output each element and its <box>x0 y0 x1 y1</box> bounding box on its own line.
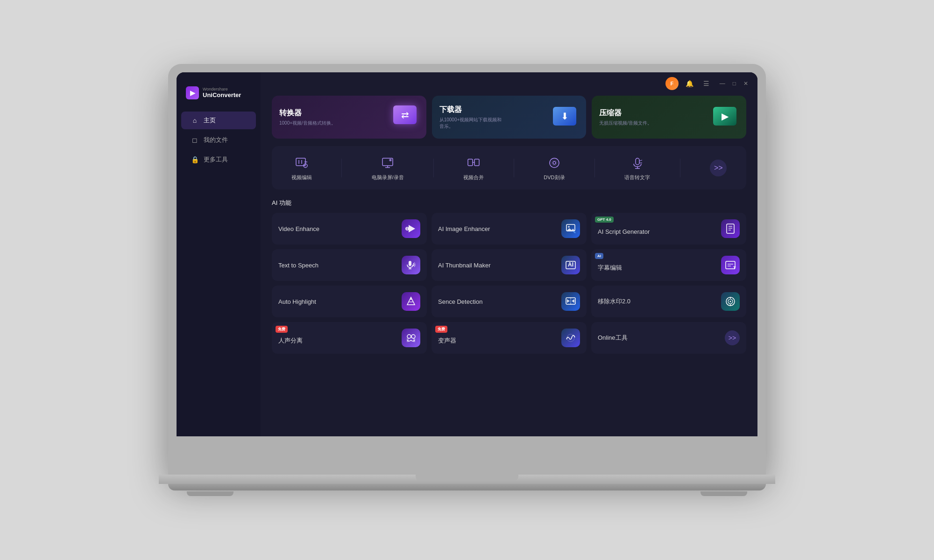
svg-rect-40 <box>409 261 411 266</box>
screen-rec-icon <box>379 154 396 171</box>
svg-point-62 <box>411 335 415 338</box>
online-more-icon: >> <box>725 330 740 345</box>
tool-dvd-burn[interactable]: DVD刻录 <box>534 151 574 185</box>
downloader-card-text: 下载器 从10000+视频网站下载视频和音乐。 <box>439 105 505 130</box>
svg-rect-18 <box>474 159 479 166</box>
ai-card-thumbnail[interactable]: AI Thunbnail Maker AI <box>432 249 587 281</box>
online-more: Online工具 >> <box>598 330 740 345</box>
tool-video-edit[interactable]: ✎ 视频编辑 <box>282 151 321 185</box>
dvd-burn-icon <box>546 154 563 171</box>
downloader-card[interactable]: 下载器 从10000+视频网站下载视频和音乐。 <box>432 96 587 139</box>
menu-button[interactable]: ☰ <box>701 78 712 89</box>
divider-2 <box>433 159 434 177</box>
tool-bar: ✎ 视频编辑 <box>272 146 746 189</box>
ai-card-online[interactable]: Online工具 >> <box>591 322 746 354</box>
ai-card-subtitle[interactable]: AI 字幕编辑 T <box>591 249 746 281</box>
window-controls: — □ ✕ <box>718 79 750 88</box>
script-icon <box>721 219 740 238</box>
converter-card-text: 转换器 1000+视频/音频格式转换。 <box>279 108 336 126</box>
free-badge-voice: 免费 <box>435 326 447 333</box>
highlight-label: Auto Highlight <box>278 298 402 305</box>
laptop-outer: ▶ Wondershare UniConverter ⌂ 主页 ◻ 我的文件 <box>168 64 766 475</box>
video-edit-label: 视频编辑 <box>291 174 312 181</box>
tts-icon <box>402 256 420 274</box>
video-merge-icon <box>465 154 482 171</box>
divider-5 <box>680 159 680 177</box>
converter-icon: ⇄ <box>391 103 419 131</box>
scene-icon <box>561 292 580 311</box>
svg-marker-28 <box>409 225 415 232</box>
ai-card-highlight[interactable]: Auto Highlight <box>272 286 427 317</box>
maximize-button[interactable]: □ <box>731 79 738 88</box>
ai-card-video-enhance[interactable]: Video Enhance <box>272 213 427 245</box>
tool-video-merge[interactable]: 视频合并 <box>454 151 493 185</box>
tool-speech[interactable]: 语音转文字 <box>615 151 659 185</box>
sidebar-item-files[interactable]: ◻ 我的文件 <box>181 131 256 149</box>
sidebar: ▶ Wondershare UniConverter ⌂ 主页 ◻ 我的文件 <box>177 72 261 436</box>
notification-button[interactable]: 🔔 <box>684 78 695 89</box>
compressor-title: 压缩器 <box>599 108 652 118</box>
compressor-desc: 无损压缩视频/音频文件。 <box>599 120 652 126</box>
ai-card-vocal[interactable]: 免费 人声分离 <box>272 322 427 354</box>
svg-marker-54 <box>567 299 570 303</box>
laptop-base <box>159 475 775 484</box>
svg-rect-36 <box>727 224 734 233</box>
compressor-card[interactable]: 压缩器 无损压缩视频/音频文件。 <box>592 96 746 139</box>
minimize-button[interactable]: — <box>718 79 727 88</box>
highlight-icon <box>402 292 420 311</box>
sidebar-item-home[interactable]: ⌂ 主页 <box>181 112 256 129</box>
svg-rect-65 <box>413 338 415 342</box>
ai-badge: AI <box>595 253 603 259</box>
thumbnail-label: AI Thunbnail Maker <box>438 262 561 269</box>
vocal-icon <box>402 329 420 347</box>
svg-point-66 <box>567 334 574 342</box>
main-content: F 🔔 ☰ — □ ✕ <box>261 72 757 436</box>
laptop-chin <box>168 484 766 490</box>
watermark-label: 移除水印2.0 <box>598 297 721 306</box>
subtitle-label: 字幕编辑 <box>598 264 721 272</box>
svg-text:T: T <box>733 266 736 270</box>
downloader-title: 下载器 <box>439 105 505 115</box>
svg-point-20 <box>550 158 559 168</box>
divider-1 <box>341 159 342 177</box>
svg-marker-55 <box>572 299 574 303</box>
tts-label: Text to Speech <box>278 262 402 269</box>
compressor-icon: ▶ <box>711 105 739 130</box>
logo-area: ▶ Wondershare UniConverter <box>177 82 261 111</box>
ai-card-script[interactable]: GPT 4.0 AI Script Generator <box>591 213 746 245</box>
sidebar-item-home-label: 主页 <box>204 116 216 125</box>
content-area: 转换器 1000+视频/音频格式转换。 <box>261 86 757 363</box>
divider-3 <box>514 159 514 177</box>
laptop-base-wrapper <box>159 475 775 496</box>
free-badge-vocal: 免费 <box>276 326 288 333</box>
video-enhance-icon <box>402 219 420 238</box>
laptop-feet <box>159 491 775 496</box>
ai-section-title: AI 功能 <box>272 199 746 207</box>
online-label: Online工具 <box>598 334 725 342</box>
top-cards: 转换器 1000+视频/音频格式转换。 <box>272 96 746 139</box>
logo-brand: Wondershare <box>203 87 241 91</box>
svg-text:+: + <box>574 231 576 235</box>
ai-card-watermark[interactable]: 移除水印2.0 <box>591 286 746 317</box>
avatar-button[interactable]: F <box>665 77 679 90</box>
ai-card-tts[interactable]: Text to Speech <box>272 249 427 281</box>
svg-point-58 <box>730 301 731 302</box>
sidebar-item-tools[interactable]: 🔒 更多工具 <box>181 151 256 168</box>
ai-card-scene[interactable]: Sence Detection <box>432 286 587 317</box>
files-icon: ◻ <box>191 136 199 144</box>
app: ▶ Wondershare UniConverter ⌂ 主页 ◻ 我的文件 <box>177 72 757 436</box>
converter-card[interactable]: 转换器 1000+视频/音频格式转换。 <box>272 96 426 139</box>
ai-card-voice-changer[interactable]: 免费 变声器 <box>432 322 587 354</box>
sidebar-item-files-label: 我的文件 <box>204 136 228 144</box>
ai-card-image-enhancer[interactable]: AI Image Enhancer + <box>432 213 587 245</box>
svg-point-21 <box>553 161 556 164</box>
svg-text:✎: ✎ <box>303 164 305 167</box>
svg-text:AI: AI <box>568 261 573 268</box>
tool-screen-rec[interactable]: 电脑录屏/录音 <box>362 151 413 185</box>
converter-desc: 1000+视频/音频格式转换。 <box>279 120 336 126</box>
svg-point-61 <box>407 335 411 338</box>
tool-more[interactable]: >> <box>700 156 736 180</box>
close-button[interactable]: ✕ <box>742 79 750 88</box>
video-edit-icon: ✎ <box>293 154 310 171</box>
svg-marker-49 <box>407 297 415 305</box>
